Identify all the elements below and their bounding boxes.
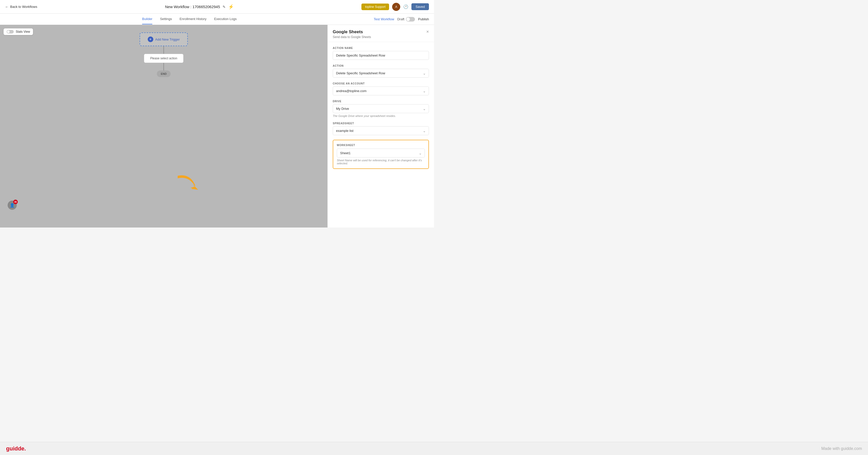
drive-select[interactable]: My Drive xyxy=(333,104,429,113)
spreadsheet-select[interactable]: example list xyxy=(333,126,429,135)
support-button[interactable]: topline Support xyxy=(362,4,389,10)
connector-line-1 xyxy=(163,46,164,54)
drive-hint: The Google Drive where your spreadsheet … xyxy=(333,115,429,118)
worksheet-hint: Sheet Name will be used for referencing,… xyxy=(337,159,425,165)
tab-builder[interactable]: Builder xyxy=(142,14,152,24)
drive-select-wrapper: My Drive xyxy=(333,104,429,113)
arrow-annotation xyxy=(175,171,206,197)
back-label: Back to Workflows xyxy=(10,5,37,9)
avatar: A xyxy=(392,3,400,11)
account-field-group: CHOOSE AN ACCOUNT andrea@topline.com xyxy=(333,82,429,95)
worksheet-section: WORKSHEET Sheet1 Sheet Name will be used… xyxy=(333,140,429,169)
stats-toggle[interactable]: Stats View xyxy=(4,28,33,35)
spreadsheet-select-wrapper: example list xyxy=(333,126,429,135)
history-icon[interactable]: 🕐 xyxy=(403,4,408,9)
drive-label: DRIVE xyxy=(333,100,429,103)
main-content: Stats View + Add New Trigger Please sele… xyxy=(0,25,434,228)
draft-toggle: Draft xyxy=(397,17,415,22)
drive-field-group: DRIVE My Drive The Google Drive where yo… xyxy=(333,100,429,118)
action-select-wrapper: Delete Specific Spreadsheet Row xyxy=(333,69,429,77)
canvas-area: Stats View + Add New Trigger Please sele… xyxy=(0,25,328,228)
nav-right: Test Workflow Draft Publish xyxy=(374,17,429,22)
notification-badge[interactable]: 👤 36 xyxy=(8,201,17,210)
back-to-workflows-link[interactable]: ← Back to Workflows xyxy=(5,5,37,9)
draft-label: Draft xyxy=(397,17,404,21)
account-label: CHOOSE AN ACCOUNT xyxy=(333,82,429,85)
stats-toggle-switch[interactable] xyxy=(7,30,14,33)
edit-icon[interactable]: ✎ xyxy=(223,5,226,9)
nav-bar: Builder Settings Enrollment History Exec… xyxy=(0,14,434,25)
publish-button[interactable]: Publish xyxy=(418,17,429,21)
action-placeholder: Please select action xyxy=(144,54,184,63)
spreadsheet-field-group: SPREADSHEET example list xyxy=(333,122,429,135)
test-workflow-button[interactable]: Test Workflow xyxy=(374,17,394,21)
header-right: topline Support A 🕐 Saved xyxy=(362,3,429,11)
account-select[interactable]: andrea@topline.com xyxy=(333,87,429,95)
yellow-arrow-svg xyxy=(175,171,206,196)
workflow-title: New Workflow : 1706652062945 xyxy=(165,5,220,9)
account-select-wrapper: andrea@topline.com xyxy=(333,87,429,95)
tab-settings[interactable]: Settings xyxy=(160,14,172,24)
saved-button[interactable]: Saved xyxy=(411,3,429,10)
notification-count: 36 xyxy=(13,200,18,204)
svg-marker-0 xyxy=(190,187,198,190)
action-select[interactable]: Delete Specific Spreadsheet Row xyxy=(333,69,429,77)
worksheet-select[interactable]: Sheet1 xyxy=(337,149,425,158)
draft-toggle-switch[interactable] xyxy=(406,17,415,22)
tab-execution-logs[interactable]: Execution Logs xyxy=(214,14,237,24)
panel-title: Google Sheets xyxy=(333,29,371,34)
spreadsheet-label: SPREADSHEET xyxy=(333,122,429,125)
nav-tabs: Builder Settings Enrollment History Exec… xyxy=(5,14,374,24)
action-name-input[interactable] xyxy=(333,51,429,60)
back-arrow-icon: ← xyxy=(5,5,9,9)
lightning-icon: ⚡ xyxy=(228,4,234,10)
end-node: END xyxy=(157,70,170,77)
action-name-label: ACTION NAME xyxy=(333,47,429,50)
panel-close-button[interactable]: × xyxy=(426,29,429,34)
panel-header-text: Google Sheets Send data to Google Sheets xyxy=(333,29,371,39)
add-trigger-button[interactable]: + Add New Trigger xyxy=(140,32,188,46)
action-field-group: ACTION Delete Specific Spreadsheet Row xyxy=(333,64,429,77)
right-panel: Google Sheets Send data to Google Sheets… xyxy=(328,25,434,228)
connector-line-2 xyxy=(163,63,164,70)
action-label: ACTION xyxy=(333,64,429,67)
plus-icon: + xyxy=(148,36,153,42)
worksheet-select-wrapper: Sheet1 xyxy=(337,149,425,158)
tab-enrollment-history[interactable]: Enrollment History xyxy=(180,14,206,24)
panel-header: Google Sheets Send data to Google Sheets… xyxy=(328,25,434,42)
header-center: New Workflow : 1706652062945 ✎ ⚡ xyxy=(37,4,362,10)
trigger-label: Add New Trigger xyxy=(155,37,180,41)
header: ← Back to Workflows New Workflow : 17066… xyxy=(0,0,434,14)
stats-toggle-label: Stats View xyxy=(16,30,30,33)
canvas-nodes: + Add New Trigger Please select action E… xyxy=(0,25,328,77)
action-name-field-group: ACTION NAME xyxy=(333,47,429,60)
panel-subtitle: Send data to Google Sheets xyxy=(333,35,371,39)
worksheet-label: WORKSHEET xyxy=(337,144,425,147)
panel-body: ACTION NAME ACTION Delete Specific Sprea… xyxy=(328,42,434,178)
